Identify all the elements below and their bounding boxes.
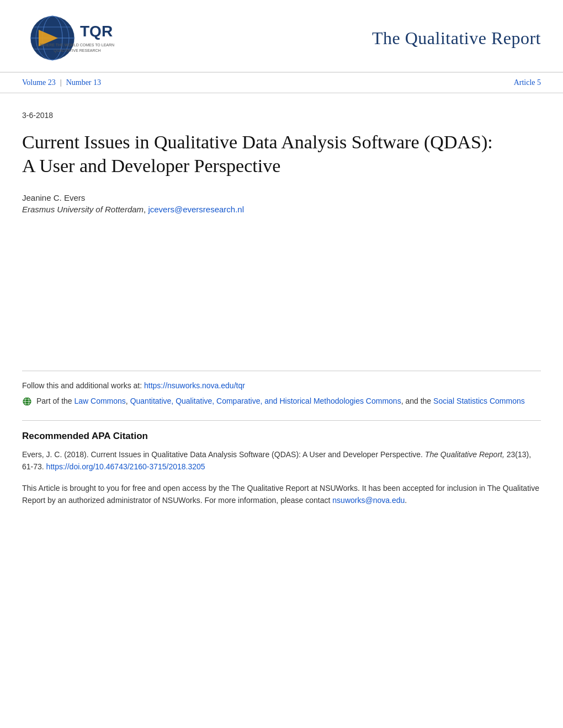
affiliation-text: Erasmus University of Rotterdam [22,205,144,214]
vol-number-left: Volume 23 | Number 13 [22,78,101,87]
logo-area: TQR WHERE THE WORLD COMES TO LEARN QUALI… [22,13,121,63]
tqr-logo: TQR WHERE THE WORLD COMES TO LEARN QUALI… [22,13,121,63]
author-email[interactable]: jcevers@eversresearch.nl [148,205,244,214]
header: TQR WHERE THE WORLD COMES TO LEARN QUALI… [0,0,563,73]
part-of-row: Part of the Law Commons, Quantitative, Q… [22,395,541,407]
number-link[interactable]: Number 13 [66,78,101,87]
journal-title: The Qualitative Report [372,28,541,49]
article-title: Current Issues in Qualitative Data Analy… [22,131,497,178]
nsu-text-end: . [405,496,407,505]
page: TQR WHERE THE WORLD COMES TO LEARN QUALI… [0,0,563,728]
svg-text:QUALITATIVE RESEARCH: QUALITATIVE RESEARCH [54,49,100,53]
nsu-text-main: This Article is brought to you for free … [22,484,539,505]
author-name: Jeanine C. Evers [22,193,541,202]
follow-section: Follow this and additional works at: htt… [22,371,541,407]
volume-link[interactable]: Volume 23 [22,78,56,87]
main-content: 3-6-2018 Current Issues in Qualitative D… [0,93,563,542]
law-commons-link[interactable]: Law Commons [74,397,125,405]
content-spacer [22,216,541,371]
nsu-blurb: This Article is brought to you for free … [22,482,541,507]
follow-text: Follow this and additional works at: htt… [22,381,541,390]
vol-number-bar: Volume 23 | Number 13 Article 5 [0,73,563,93]
author-affiliation: Erasmus University of Rotterdam, jcevers… [22,205,541,214]
citation-heading: Recommended APA Citation [22,431,541,442]
article-link[interactable]: Article 5 [514,78,541,87]
nsu-contact-link[interactable]: nsuworks@nova.edu [332,496,405,505]
follow-url[interactable]: https://nsuworks.nova.edu/tqr [144,381,245,390]
article-date: 3-6-2018 [22,111,541,120]
social-statistics-link[interactable]: Social Statistics Commons [433,397,525,405]
citation-doi[interactable]: https://doi.org/10.46743/2160-3715/2018.… [46,462,205,471]
part-of-text: Part of the Law Commons, Quantitative, Q… [36,395,525,407]
svg-text:WHERE THE WORLD COMES TO LEARN: WHERE THE WORLD COMES TO LEARN [40,43,114,47]
quantitative-commons-link[interactable]: Quantitative, Qualitative, Comparative, … [130,397,401,405]
citation-section: Recommended APA Citation Evers, J. C. (2… [22,420,541,507]
globe-icon [22,397,32,406]
follow-label: Follow this and additional works at: [22,381,142,390]
citation-main: Evers, J. C. (2018). Current Issues in Q… [22,450,425,459]
svg-text:TQR: TQR [80,23,113,40]
vol-separator: | [60,78,62,87]
citation-journal: The Qualitative Report, [425,450,507,459]
citation-body: Evers, J. C. (2018). Current Issues in Q… [22,448,541,473]
